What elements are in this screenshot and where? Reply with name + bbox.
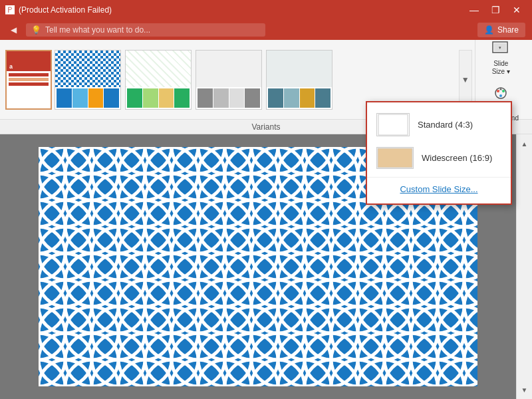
bar (245, 88, 260, 108)
bar (104, 88, 119, 108)
bar (284, 88, 299, 108)
sidebar-thumb-label: a (9, 63, 13, 70)
theme-thumb-3-bars (196, 87, 261, 109)
theme-thumb-1[interactable] (55, 50, 121, 110)
slide-size-dropdown: Standard (4:3) Widescreen (16:9) Custom … (366, 101, 512, 205)
theme-thumb-2[interactable] (125, 50, 192, 110)
bar (143, 88, 158, 108)
themes-scroll-down[interactable]: ▼ (459, 50, 472, 110)
bar (315, 88, 331, 108)
share-label: Share (497, 25, 519, 35)
slide-size-button[interactable]: ▾ SlideSize ▾ (481, 35, 521, 78)
sidebar-thumb-top: a (7, 51, 51, 71)
standard-label: Standard (4:3) (418, 120, 473, 130)
svg-text:▾: ▾ (499, 45, 501, 50)
widescreen-label: Widescreen (16:9) (422, 153, 492, 163)
sidebar-thumb-bottom (7, 71, 51, 108)
standard-option[interactable]: Standard (4:3) (367, 108, 511, 142)
bar (268, 88, 283, 108)
theme-thumb-2-bars (126, 87, 191, 109)
standard-slide-icon (376, 113, 410, 136)
theme-thumb-3[interactable] (196, 50, 262, 110)
sidebar-scroll-down[interactable]: ▼ (518, 383, 531, 396)
close-button[interactable]: ✕ (507, 0, 527, 20)
thumb-bar-2 (9, 78, 49, 81)
theme-thumbnails-scroll (55, 50, 456, 110)
right-sidebar: ▲ ▼ (516, 134, 532, 399)
title-bar: 🅿 (Product Activation Failed) — ❐ ✕ (0, 0, 532, 20)
bar (229, 88, 245, 108)
svg-rect-18 (378, 114, 408, 135)
share-icon: 👤 (484, 25, 494, 35)
minimize-button[interactable]: — (464, 0, 484, 20)
sidebar-scroll-up[interactable]: ▲ (518, 137, 531, 150)
bar (57, 88, 72, 108)
thumb-bar-3 (9, 82, 49, 86)
bar (88, 88, 104, 108)
theme-thumb-3-preview (196, 51, 261, 87)
svg-point-6 (499, 94, 502, 97)
bar (300, 88, 315, 108)
theme-thumb-4-preview (267, 51, 332, 87)
dropdown-divider (367, 177, 511, 178)
theme-thumb-4-bars (267, 87, 332, 109)
svg-point-5 (502, 90, 505, 92)
slide-size-label: SlideSize ▾ (492, 60, 510, 76)
restore-button[interactable]: ❐ (485, 0, 505, 20)
slide-size-icon: ▾ (490, 37, 511, 59)
theme-thumb-1-preview (55, 51, 120, 87)
search-bar[interactable]: 💡 Tell me what you want to do... (26, 23, 265, 37)
theme-thumb-1-bars (55, 87, 120, 109)
svg-point-4 (497, 90, 499, 92)
app-icon: 🅿 (5, 5, 15, 15)
window-title: (Product Activation Failed) (19, 5, 112, 15)
widescreen-option[interactable]: Widescreen (16:9) (367, 142, 511, 174)
bar (213, 88, 229, 108)
bar (72, 88, 88, 108)
bar (159, 88, 174, 108)
svg-rect-19 (378, 148, 412, 168)
title-bar-controls: — ❐ ✕ (464, 0, 527, 20)
back-button[interactable]: ◀ (7, 23, 21, 37)
search-placeholder: Tell me what you want to do... (45, 25, 150, 35)
widescreen-slide-icon (376, 147, 414, 169)
theme-thumb-4[interactable] (266, 50, 332, 110)
thumb-bar-1 (9, 73, 49, 76)
bar (198, 88, 213, 108)
title-bar-left: 🅿 (Product Activation Failed) (5, 5, 112, 15)
variants-label: Variants (251, 122, 280, 132)
theme-thumb-2-preview (126, 51, 191, 87)
current-theme-thumb[interactable]: a (5, 50, 52, 110)
search-icon: 💡 (31, 25, 41, 35)
bar (174, 88, 190, 108)
bar (127, 88, 142, 108)
custom-slide-size-link[interactable]: Custom Slide Size... (367, 180, 511, 198)
ribbon-bar: ◀ 💡 Tell me what you want to do... 👤 Sha… (0, 20, 532, 40)
